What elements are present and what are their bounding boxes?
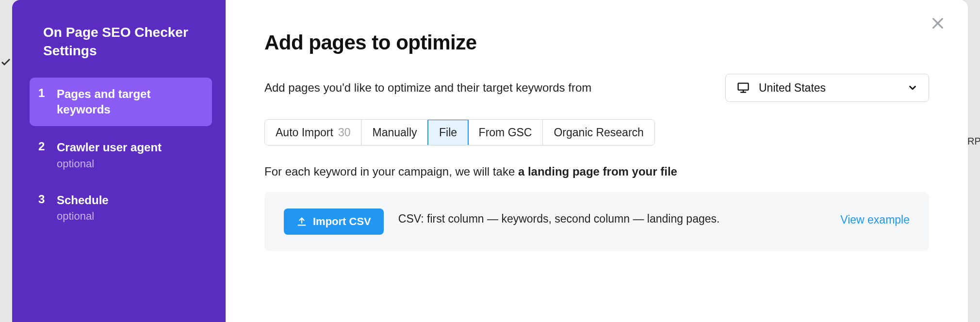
tab-label: From GSC (479, 126, 532, 139)
view-example-link[interactable]: View example (840, 209, 910, 226)
step-label: Pages and target keywords (57, 86, 202, 118)
tab-label: File (439, 126, 457, 139)
close-button[interactable] (928, 14, 947, 33)
tab-auto-import[interactable]: Auto Import 30 (265, 120, 361, 145)
main-content: Add pages to optimize Add pages you'd li… (226, 0, 968, 322)
sidebar-title: On Page SEO Checker Settings (30, 23, 212, 60)
step-number: 3 (38, 193, 47, 223)
import-csv-button[interactable]: Import CSV (284, 209, 384, 235)
locale-label: United States (759, 81, 898, 95)
tab-label: Manually (372, 126, 417, 139)
import-description-text: CSV: first column — keywords, second col… (398, 209, 826, 230)
import-source-tabs: Auto Import 30 Manually File From GSC Or… (264, 119, 655, 145)
step-number: 1 (38, 86, 47, 118)
upload-icon (296, 216, 307, 227)
checkmark-icon (0, 56, 12, 68)
tab-label: Auto Import (276, 126, 333, 139)
page-title: Add pages to optimize (264, 31, 929, 54)
background-text: RP F (967, 136, 980, 147)
sidebar-step-crawler-user-agent[interactable]: 2 Crawler user agent optional (30, 131, 212, 178)
tab-label: Organic Research (554, 126, 643, 139)
sidebar-step-pages-keywords[interactable]: 1 Pages and target keywords (30, 78, 212, 127)
step-number: 2 (38, 140, 47, 170)
import-description: For each keyword in your campaign, we wi… (264, 165, 929, 178)
step-sublabel: optional (57, 210, 109, 223)
svg-rect-2 (738, 83, 749, 90)
locale-select[interactable]: United States (725, 74, 929, 102)
close-icon (930, 16, 946, 31)
sidebar-step-schedule[interactable]: 3 Schedule optional (30, 184, 212, 231)
tab-file[interactable]: File (427, 119, 469, 145)
step-sublabel: optional (57, 158, 162, 170)
tab-count: 30 (338, 126, 351, 139)
chevron-down-icon (907, 82, 918, 93)
tab-organic-research[interactable]: Organic Research (543, 120, 654, 145)
step-label: Crawler user agent (57, 140, 162, 155)
sidebar: On Page SEO Checker Settings 1 Pages and… (12, 0, 226, 322)
intro-text: Add pages you'd like to optimize and the… (264, 81, 591, 95)
desktop-icon (736, 81, 750, 95)
import-box: Import CSV CSV: first column — keywords,… (264, 192, 929, 251)
step-label: Schedule (57, 193, 109, 208)
settings-modal: On Page SEO Checker Settings 1 Pages and… (12, 0, 968, 322)
tab-manually[interactable]: Manually (361, 120, 428, 145)
import-btn-label: Import CSV (313, 215, 371, 228)
tab-from-gsc[interactable]: From GSC (468, 120, 543, 145)
